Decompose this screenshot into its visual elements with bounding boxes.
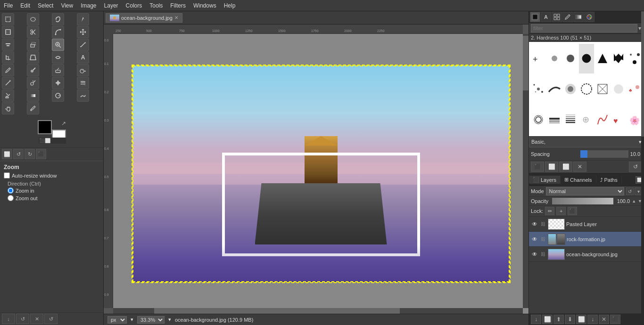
tool-align[interactable]	[2, 39, 14, 51]
brush-swatch-3[interactable]	[563, 44, 578, 73]
layer-btn-merge[interactable]: ↓	[587, 315, 598, 324]
brush-swatch-18[interactable]: ⊕	[579, 105, 594, 134]
brush-action-new[interactable]: ⬜	[545, 162, 558, 172]
mode-undo-btn[interactable]: ↺	[626, 187, 634, 195]
tool-path[interactable]	[52, 26, 64, 38]
menu-filters[interactable]: Filters	[166, 1, 190, 10]
panel-icon-2[interactable]: ↺	[13, 149, 24, 159]
layer-btn-move-up[interactable]: ⬆	[553, 315, 564, 324]
tool-smudge[interactable]	[77, 77, 89, 89]
tool-eraser[interactable]	[52, 64, 64, 76]
menu-file[interactable]: File	[0, 1, 17, 10]
tool-heal[interactable]	[52, 77, 64, 89]
layer-row-rock[interactable]: 👁 ⛓ rock-formation.jp	[529, 232, 644, 247]
brush-preset-select[interactable]: Basic, ▾	[529, 136, 644, 147]
toolbox-btn-download[interactable]: ↓	[2, 314, 15, 324]
toolbox-btn-refresh[interactable]: ↺	[44, 314, 58, 324]
menu-windows[interactable]: Windows	[190, 1, 220, 10]
brush-swatch-13[interactable]	[611, 74, 626, 104]
layer-chain-pasted[interactable]: ⛓	[540, 221, 546, 228]
brush-swatch-16[interactable]	[547, 105, 562, 134]
brush-swatch-4[interactable]	[579, 44, 594, 73]
tool-perspective[interactable]	[27, 51, 39, 64]
opacity-slider[interactable]	[552, 198, 613, 204]
brush-swatch-20[interactable]: ♥	[611, 105, 626, 134]
menu-colors[interactable]: Colors	[122, 1, 146, 10]
panel-icon-4[interactable]: ⬛	[36, 149, 46, 159]
unit-select[interactable]: px % cm	[107, 316, 127, 324]
tool-pencil[interactable]	[2, 64, 14, 76]
tool-free-select[interactable]	[2, 13, 14, 25]
lock-move-btn[interactable]: +	[556, 207, 566, 215]
tool-scissors[interactable]	[27, 26, 39, 38]
menu-edit[interactable]: Edit	[17, 1, 34, 10]
tool-bucket-fill[interactable]	[2, 89, 14, 102]
canvas-scrollbar-vertical[interactable]	[523, 34, 528, 308]
layer-chain-ocean[interactable]: ⛓	[540, 251, 546, 258]
brush-swatch-1[interactable]: +	[531, 44, 546, 73]
brush-action-refresh[interactable]: ↺	[629, 162, 642, 172]
tool-lasso[interactable]	[52, 13, 64, 25]
layer-row-pasted[interactable]: 👁 ⛓ Pasted Layer	[529, 217, 644, 232]
layer-btn-new-group[interactable]: ↓	[531, 315, 541, 324]
brush-swatch-21[interactable]: 🌸	[627, 105, 642, 134]
layer-btn-copy[interactable]: ⬜	[576, 315, 586, 324]
brush-swatch-2[interactable]	[547, 44, 562, 73]
fg-bg-colors[interactable]: ⬛⬜ ↗	[38, 120, 66, 144]
tab-layers[interactable]: ⬛ Layers	[529, 176, 561, 184]
panel-icon-3[interactable]: ↻	[25, 149, 35, 159]
layer-visibility-rock[interactable]: 👁	[531, 236, 538, 243]
tool-by-color[interactable]	[2, 26, 14, 38]
zoom-out-radio[interactable]	[8, 195, 14, 201]
tool-gradient[interactable]	[27, 89, 39, 102]
brush-action-edit[interactable]: ⬛	[531, 162, 544, 172]
menu-help[interactable]: Help	[220, 1, 239, 10]
canvas-scrollbar-horizontal[interactable]	[113, 308, 523, 314]
filter-input[interactable]	[531, 24, 637, 32]
tool-smudge-2[interactable]	[77, 89, 89, 102]
tool-warp[interactable]	[52, 51, 64, 64]
lock-alpha-btn[interactable]: ⬛	[568, 207, 577, 215]
menu-layer[interactable]: Layer	[100, 1, 122, 10]
rp-icon-a[interactable]	[530, 12, 540, 22]
canvas-content[interactable]	[113, 34, 528, 314]
rp-icon-pattern[interactable]	[552, 12, 562, 22]
tool-paintbrush[interactable]	[27, 64, 39, 76]
layer-btn-anchor[interactable]: ⬛	[610, 315, 620, 324]
canvas-tab-active[interactable]: ocean-background.jpg ✕	[106, 13, 182, 23]
tool-zoom[interactable]	[52, 39, 64, 51]
rp-icon-palette[interactable]	[584, 12, 594, 22]
tool-clone[interactable]	[27, 77, 39, 89]
panel-icon-1[interactable]: ⬜	[2, 149, 12, 159]
brush-swatch-6[interactable]	[611, 44, 626, 73]
tool-transform[interactable]	[27, 39, 39, 51]
tool-text[interactable]: A	[77, 51, 89, 64]
brush-action-copy[interactable]: ⬜	[559, 162, 572, 172]
layer-btn-move-down[interactable]: ⬇	[565, 315, 575, 324]
canvas-tab-close[interactable]: ✕	[174, 15, 178, 20]
tool-ink[interactable]	[2, 77, 14, 89]
layer-visibility-ocean[interactable]: 👁	[531, 251, 538, 258]
brush-swatch-5[interactable]	[595, 44, 610, 73]
layer-btn-delete[interactable]: ✕	[599, 315, 609, 324]
menu-view[interactable]: View	[57, 1, 77, 10]
brush-swatch-17[interactable]	[563, 105, 578, 134]
layer-btn-new-layer[interactable]: ⬜	[542, 315, 553, 324]
auto-resize-checkbox[interactable]	[4, 172, 10, 179]
brush-swatch-14[interactable]: ♣	[627, 74, 642, 104]
mode-select[interactable]: Normal Multiply Screen Overlay	[546, 187, 624, 195]
layer-visibility-pasted[interactable]: 👁	[531, 220, 538, 228]
layer-row-ocean[interactable]: 👁 ⛓ ocean-background.jpg	[529, 247, 644, 262]
brush-swatch-12[interactable]	[595, 74, 610, 104]
tool-fuzzy-select[interactable]	[77, 13, 89, 25]
tool-measure[interactable]	[77, 39, 89, 51]
brush-swatch-19[interactable]	[595, 105, 610, 134]
rp-icon-gradient[interactable]	[573, 12, 584, 22]
brush-swatch-7[interactable]	[627, 44, 642, 73]
toolbox-btn-close[interactable]: ✕	[30, 314, 43, 324]
zoom-in-radio[interactable]	[8, 187, 14, 194]
tool-airbrush[interactable]	[77, 64, 89, 76]
menu-tools[interactable]: Tools	[146, 1, 166, 10]
rp-icon-text[interactable]: A	[541, 12, 551, 22]
brush-swatch-8[interactable]	[531, 74, 546, 104]
